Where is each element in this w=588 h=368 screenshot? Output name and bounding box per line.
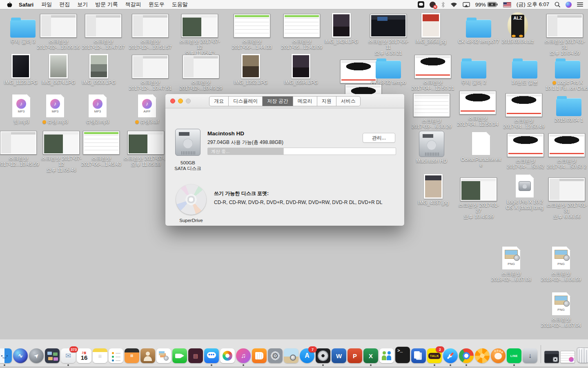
dock-finder[interactable]: •‿• <box>0 348 12 363</box>
dock-terminal[interactable]: >_ <box>395 347 410 363</box>
dock-word[interactable]: W <box>332 348 346 363</box>
dock-trash[interactable] <box>576 348 588 363</box>
menu-window[interactable]: 윈도우 <box>145 1 168 8</box>
desktop-icon-shot-2017-07-12-110546[interactable]: 스크린샷 2017-07-12 오후 11.05.46 <box>39 128 84 173</box>
desktop-icon-audio-shutaeng-mp3[interactable]: ♪MP3 슈탱.mp3 <box>33 92 78 125</box>
dock-chrome[interactable] <box>459 348 474 363</box>
tab-memory[interactable]: 메모리 <box>293 96 317 106</box>
tab-storage[interactable]: 저장 공간 <box>263 96 293 106</box>
desktop-icon-img-0594[interactable]: IMG_0594.JPG <box>278 52 323 85</box>
menu-history[interactable]: 방문 기록 <box>91 1 122 8</box>
desktop-icon-shot-2017-06-14540[interactable]: 스크린샷 2017-06-...1.45.40 <box>79 128 124 167</box>
desktop-icon-audio-shutaeng2-mp3[interactable]: ♪MP3 슈탱2.mp3 <box>75 92 120 125</box>
dock-system-preferences[interactable]: ⚙ <box>268 348 283 363</box>
desktop-icon-shot-2017-04-125049[interactable]: 스크린샷 2017-04...12.50.49 <box>501 91 546 130</box>
notification-center-icon[interactable] <box>577 1 583 8</box>
dock-excel[interactable]: X <box>363 348 378 363</box>
desktop-icon-png-2018-02-60708[interactable]: PNG 스크린샷 2018-02-...6.07.08 <box>489 244 534 283</box>
desktop-icon-img-0674[interactable]: IMG_0674.JPG <box>36 52 81 85</box>
menu-file[interactable]: 파일 <box>38 1 56 8</box>
battery-indicator[interactable]: 99% <box>475 1 498 8</box>
desktop-icon-alz-2015-03-04[interactable]: ALZ 2015.03.04.alz <box>495 11 540 45</box>
tab-displays[interactable]: 디스플레이 <box>229 96 263 106</box>
desktop-icon-shot-2017-06-14433[interactable]: 스크린샷 2017-06-...1.44.33 <box>229 11 274 50</box>
bluetooth-icon[interactable] <box>441 1 445 8</box>
desktop-icon-shot-2017-01-27[interactable]: 스크린샷 2017-01-27 오후 10.45.39 <box>456 175 501 220</box>
dock-photo-booth[interactable]: ▤ <box>188 348 203 363</box>
desktop-icon-shot-2017-03-63029[interactable]: 스크린샷 2017-03-...6.30.29 <box>409 91 454 130</box>
dock-calculator[interactable]: ⌗ <box>125 348 139 363</box>
menu-help[interactable]: 도움말 <box>168 1 192 8</box>
close-button[interactable] <box>170 99 175 103</box>
window-title-bar[interactable]: 개요디스플레이저장 공간메모리지원서비스 <box>165 94 404 108</box>
desktop-icon-shot-2017-12-104559[interactable]: 스크린샷 2017-12...10.45.59 <box>0 128 41 167</box>
dock-line[interactable]: LINE <box>507 348 521 363</box>
dock-installer[interactable]: ↓ <box>523 348 537 363</box>
dock-safari[interactable] <box>443 348 458 363</box>
desktop-icon-shot-2017-12-104751[interactable]: 스크린샷 2017-12-...10.47.51 <box>128 52 173 91</box>
desktop-icon-shot-2017-04-5052[interactable]: 스크린샷 2017-04-....50.52 <box>503 131 548 170</box>
desktop-icon-audio-shutaeng3-aif[interactable]: ♪AIFF 슈탱3.aif <box>125 92 169 125</box>
dock-minwin-dark[interactable] <box>544 351 559 363</box>
desktop-icon-shot-2017-12-104707[interactable]: 스크린샷 2017-12-...10.47.07 <box>81 11 126 50</box>
desktop-icon-shot-2017-01-31-60656[interactable]: 스크린샷 2017-01-31 오후 6.06.56 <box>544 175 588 220</box>
desktop-icon-img-1352[interactable]: IMG_1352.JPG <box>228 52 273 85</box>
tab-overview[interactable]: 개요 <box>209 96 229 106</box>
desktop-icon-shot-2017-02[interactable]: 스크린샷 2017-02-...10.09.36 <box>36 11 81 50</box>
desktop-icon-img-4037[interactable]: IMG_4037.jpg <box>411 173 456 206</box>
desktop-icon-shot-2017-12-104929[interactable]: 스크린샷 2017-12-...10.49.29 <box>178 52 223 91</box>
desktop-icon-shot-2017-07-110538[interactable]: 스크린샷 2017-07-... 오후 11.05.38 <box>123 128 168 167</box>
dock-photos[interactable] <box>220 348 235 363</box>
desktop-icon-shot-2017-12-105157[interactable]: 스크린샷 2017-12-...10.51.57 <box>128 11 173 50</box>
line-status-icon[interactable] <box>418 1 424 8</box>
desktop-icon-shot-2017-05-124309[interactable]: 스크린샷 2017-05...12.43.09 <box>279 11 324 50</box>
dock-mail[interactable]: ✉ 373 <box>61 348 76 363</box>
desktop-icon-img-3956[interactable]: IMG_3956.jpg <box>408 11 453 45</box>
manage-button[interactable]: 관리... <box>363 133 395 143</box>
menu-bookmarks[interactable]: 책갈피 <box>122 1 145 8</box>
desktop-icon-folder-16-japan[interactable]: 16년도 일본 <box>502 52 547 85</box>
desktop-icon-img-0500[interactable]: IMG_0500.JPG <box>76 52 121 85</box>
desktop-icon-shot-2017-04-5050-2[interactable]: 스크린샷 2017-04....50.50 2 <box>544 131 588 170</box>
desktop-icon-folder-untitled-2[interactable]: 무제 폴더 2 <box>451 52 496 85</box>
desktop-icon-logic-dmg[interactable]: Logic Pro X 10.2 OS X [dada].dmg <box>502 172 547 211</box>
desktop-icon-shot-2017-04-125034[interactable]: 스크린샷 2017-04...12.50.34 <box>455 88 500 127</box>
spotlight-icon[interactable] <box>555 1 560 8</box>
active-app-name[interactable]: Safari <box>15 2 38 8</box>
desktop-icon-macintosh-hd-volume[interactable]: Macintosh HD <box>409 131 454 164</box>
tab-support[interactable]: 지원 <box>317 96 336 106</box>
tab-service[interactable]: 서비스 <box>336 96 360 106</box>
dock-calendar[interactable]: 2월16 <box>77 348 91 363</box>
dock-messages[interactable]: ••• <box>204 348 219 363</box>
dock-tangerine[interactable] <box>475 348 490 363</box>
desktop-icon-png-2018-02-60704[interactable]: PNG 스크린샷 2018-02-...6.07.04 <box>539 289 584 328</box>
desktop-icon-shot-2017-04-125021[interactable]: 스크린샷 2017-04-...12.50.21 <box>410 52 455 91</box>
desktop-icon-shot-2017-06-11[interactable]: 스크린샷 2017-06-11 오후 6.30.21 <box>366 11 411 56</box>
desktop-icon-folder-ck-48-32[interactable]: CK 48-32 tempo77 <box>456 11 501 45</box>
dock-launchpad[interactable]: ➤ <box>29 348 44 363</box>
dock-contacts[interactable] <box>140 348 155 363</box>
desktop-icon-folder-fk-48-32[interactable]: FK 48-32 tempo <box>366 52 411 85</box>
dock-siri[interactable]: ∿ <box>13 348 28 363</box>
minimize-button[interactable] <box>178 99 183 103</box>
dock-powerpoint[interactable]: P <box>347 348 362 363</box>
siri-icon[interactable] <box>566 1 572 8</box>
dock-preview[interactable] <box>284 348 298 363</box>
dock-logic-pro[interactable] <box>316 348 330 363</box>
desktop-icon-folder-logic-crack[interactable]: Logic Pro X 10.1.1 Fu...on Crack <box>545 52 588 91</box>
apple-menu-icon[interactable] <box>4 2 15 8</box>
dock-messenger[interactable] <box>379 348 394 363</box>
desktop-icon-folder-2015-03-04-1[interactable]: 2015.03.04 1 <box>546 90 588 123</box>
desktop-icon-png-2018-02-60659[interactable]: PNG 스크린샷 2018-02-...6.06.59 <box>539 244 584 283</box>
dock-mission-control[interactable] <box>45 348 60 363</box>
menu-clock[interactable]: (금) 오후 6:07 <box>517 1 549 8</box>
dock-itunes[interactable]: ♫ <box>236 348 251 363</box>
desktop-icon-shot-2017-07-12-110542[interactable]: 스크린샷 2017-07-12 오후 11.05.42 <box>177 11 222 56</box>
dock-notes[interactable]: ≡ <box>93 348 107 363</box>
dock-ibooks[interactable] <box>252 348 267 363</box>
chat-notification-icon[interactable] <box>430 1 436 8</box>
dock-gom[interactable] <box>491 348 506 363</box>
dock-facetime[interactable] <box>172 348 187 363</box>
desktop-icon-oceanparadise-exe[interactable]: OceanParadise.ex e <box>459 129 503 168</box>
desktop-icon-img-1424[interactable]: IMG_1424.JPG <box>319 11 364 45</box>
